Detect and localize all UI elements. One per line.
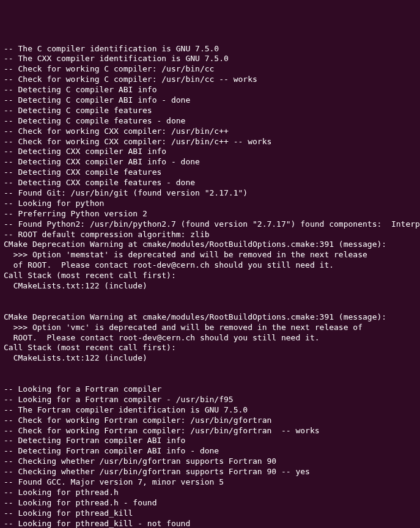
terminal-line: CMake Deprecation Warning at cmake/modul… [4,240,416,250]
terminal-line: -- Check for working C compiler: /usr/bi… [4,75,416,85]
terminal-line: ROOT. Please contact root-dev@cern.ch sh… [4,333,416,343]
terminal-line: -- Detecting CXX compiler ABI info - don… [4,157,416,167]
terminal-line: -- Detecting C compile features - done [4,116,416,127]
terminal-line: -- Checking whether /usr/bin/gfortran su… [4,457,416,467]
terminal-line: -- Detecting C compile features [4,106,416,116]
terminal-line: >>> Option 'vmc' is deprecated and will … [4,323,416,333]
terminal-line: -- Looking for a Fortran compiler [4,384,416,395]
terminal-line: -- Looking for pthread_kill - not found [4,519,416,528]
terminal-line: -- Check for working C compiler: /usr/bi… [4,64,416,75]
terminal-line: -- Found Git: /usr/bin/git (found versio… [4,188,416,199]
terminal-line: -- The C compiler identification is GNU … [4,44,416,54]
terminal-line: -- Detecting CXX compile features [4,167,416,178]
terminal-line: -- Check for working CXX compiler: /usr/… [4,127,416,137]
terminal-line [4,302,416,312]
terminal-line: -- Check for working Fortran compiler: /… [4,416,416,426]
terminal-line [4,292,416,302]
terminal-line [4,374,416,384]
terminal-line: -- Detecting Fortran compiler ABI info -… [4,446,416,457]
terminal-line: >>> Option 'memstat' is deprecated and w… [4,250,416,260]
terminal-line: -- Looking for python [4,199,416,209]
terminal-line: -- Looking for a Fortran compiler - /usr… [4,395,416,405]
terminal-line: -- Check for working Fortran compiler: /… [4,426,416,436]
terminal-line: -- Detecting Fortran compiler ABI info [4,436,416,446]
terminal-line: CMakeLists.txt:122 (include) [4,281,416,292]
terminal-line [4,364,416,374]
terminal-output[interactable]: -- The C compiler identification is GNU … [4,44,416,528]
terminal-line: of ROOT. Please contact root-dev@cern.ch… [4,260,416,271]
terminal-line: -- Checking whether /usr/bin/gfortran su… [4,467,416,477]
terminal-line: -- Looking for pthread_kill [4,508,416,519]
terminal-line: Call Stack (most recent call first): [4,343,416,353]
terminal-line: -- The Fortran compiler identification i… [4,405,416,416]
terminal-line: -- Preferring Python version 2 [4,209,416,219]
terminal-line: -- Detecting CXX compiler ABI info [4,147,416,157]
terminal-line: CMake Deprecation Warning at cmake/modul… [4,312,416,323]
terminal-line: Call Stack (most recent call first): [4,271,416,281]
terminal-line: -- Found Python2: /usr/bin/python2.7 (fo… [4,219,416,230]
terminal-line: -- Check for working CXX compiler: /usr/… [4,137,416,147]
terminal-line: CMakeLists.txt:122 (include) [4,353,416,364]
terminal-line: -- Looking for pthread.h - found [4,498,416,508]
terminal-line: -- Detecting CXX compile features - done [4,178,416,188]
terminal-line: -- Looking for pthread.h [4,488,416,498]
terminal-line: -- Found GCC. Major version 7, minor ver… [4,477,416,488]
terminal-line: -- Detecting C compiler ABI info [4,85,416,95]
terminal-line: -- Detecting C compiler ABI info - done [4,95,416,106]
terminal-line: -- The CXX compiler identification is GN… [4,54,416,64]
terminal-line: -- ROOT default compression algorithm: z… [4,230,416,240]
